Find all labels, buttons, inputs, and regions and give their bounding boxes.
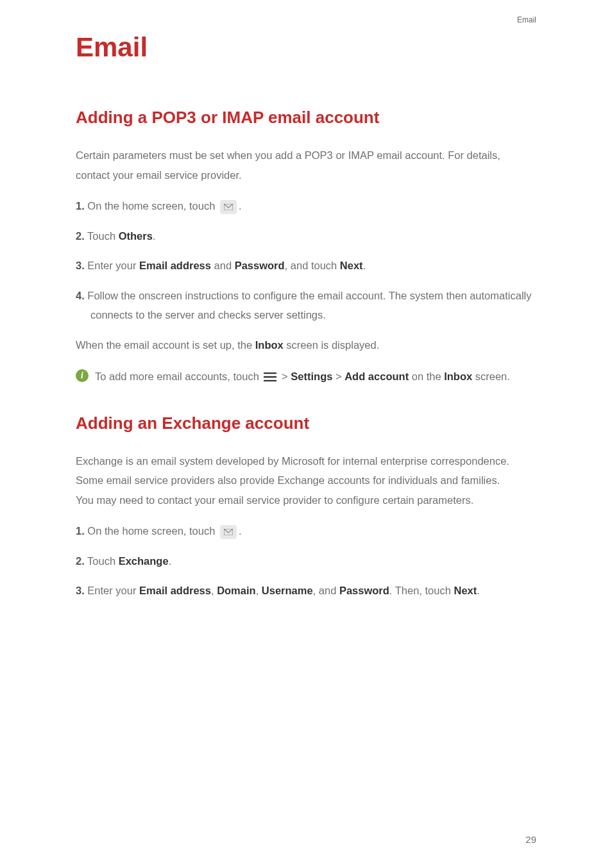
note-sep: > bbox=[278, 371, 291, 382]
ui-label-exchange: Exchange bbox=[119, 555, 169, 567]
step-2-exchange: 2. Touch Exchange. bbox=[76, 551, 536, 571]
info-note: i To add more email accounts, touch > Se… bbox=[76, 366, 536, 388]
ui-label-others: Others bbox=[119, 230, 153, 242]
email-app-icon bbox=[220, 200, 237, 214]
step-number: 3. bbox=[76, 585, 85, 596]
ui-label-domain: Domain bbox=[217, 585, 256, 596]
step-text: On the home screen, touch bbox=[85, 525, 218, 537]
ui-label-username: Username bbox=[262, 585, 313, 596]
step-number: 3. bbox=[76, 260, 85, 271]
page-title: Email bbox=[76, 32, 536, 63]
email-app-icon bbox=[220, 525, 237, 539]
note-text: screen. bbox=[472, 371, 510, 382]
step-3: 3. Enter your Email address and Password… bbox=[76, 256, 536, 276]
step-text: Enter your bbox=[85, 585, 139, 596]
section-heading-pop3: Adding a POP3 or IMAP email account bbox=[76, 108, 536, 128]
ui-label-settings: Settings bbox=[291, 371, 332, 382]
step-suffix: . bbox=[363, 260, 366, 271]
intro-paragraph: Certain parameters must be set when you … bbox=[76, 146, 536, 185]
step-text: and bbox=[211, 260, 235, 271]
ui-label-inbox: Inbox bbox=[444, 371, 472, 382]
step-text: . Then, touch bbox=[389, 585, 454, 596]
outro-text: screen is displayed. bbox=[284, 339, 380, 351]
info-icon: i bbox=[76, 369, 89, 382]
page-number: 29 bbox=[525, 834, 536, 845]
step-number: 4. bbox=[76, 290, 85, 301]
step-4: 4. Follow the onscreen instructions to c… bbox=[76, 286, 536, 325]
intro-paragraph-exchange-2: You may need to contact your email servi… bbox=[76, 490, 536, 510]
step-suffix: . bbox=[153, 230, 156, 242]
note-text: To add more email accounts, touch bbox=[95, 371, 262, 382]
intro-paragraph-exchange-1: Exchange is an email system developed by… bbox=[76, 451, 536, 490]
ui-label-password: Password bbox=[235, 260, 285, 271]
ui-label-email-address: Email address bbox=[139, 260, 211, 271]
step-text: , and bbox=[313, 585, 339, 596]
step-2: 2. Touch Others. bbox=[76, 226, 536, 246]
ui-label-add-account: Add account bbox=[344, 371, 409, 382]
step-suffix: . bbox=[477, 585, 480, 596]
step-text: , and touch bbox=[285, 260, 340, 271]
step-suffix: . bbox=[239, 525, 242, 537]
step-text: Enter your bbox=[85, 260, 139, 271]
step-text: Touch bbox=[85, 230, 119, 242]
step-3-exchange: 3. Enter your Email address, Domain, Use… bbox=[76, 581, 536, 601]
step-text: On the home screen, touch bbox=[85, 200, 218, 212]
outro-text: When the email account is set up, the bbox=[76, 339, 255, 351]
ui-label-password: Password bbox=[339, 585, 389, 596]
step-text: , bbox=[211, 585, 217, 596]
section-heading-exchange: Adding an Exchange account bbox=[76, 413, 536, 433]
step-text: , bbox=[256, 585, 262, 596]
note-sep: > bbox=[332, 371, 344, 382]
step-text: Follow the onscreen instructions to conf… bbox=[85, 290, 532, 321]
outro-paragraph: When the email account is set up, the In… bbox=[76, 335, 536, 355]
step-number: 1. bbox=[76, 200, 85, 212]
header-section-label: Email bbox=[517, 15, 536, 24]
ui-label-next: Next bbox=[454, 585, 477, 596]
note-text-container: To add more email accounts, touch > Sett… bbox=[95, 366, 510, 388]
note-text: on the bbox=[409, 371, 444, 382]
ui-label-inbox: Inbox bbox=[255, 339, 284, 351]
step-suffix: . bbox=[239, 200, 242, 212]
step-number: 2. bbox=[76, 230, 85, 242]
step-1: 1. On the home screen, touch . bbox=[76, 196, 536, 216]
step-number: 1. bbox=[76, 525, 85, 537]
step-suffix: . bbox=[169, 555, 172, 567]
ui-label-email-address: Email address bbox=[139, 585, 211, 596]
ui-label-next: Next bbox=[340, 260, 363, 271]
step-1-exchange: 1. On the home screen, touch . bbox=[76, 521, 536, 541]
step-text: Touch bbox=[85, 555, 119, 567]
step-number: 2. bbox=[76, 555, 85, 567]
menu-icon bbox=[264, 367, 276, 388]
